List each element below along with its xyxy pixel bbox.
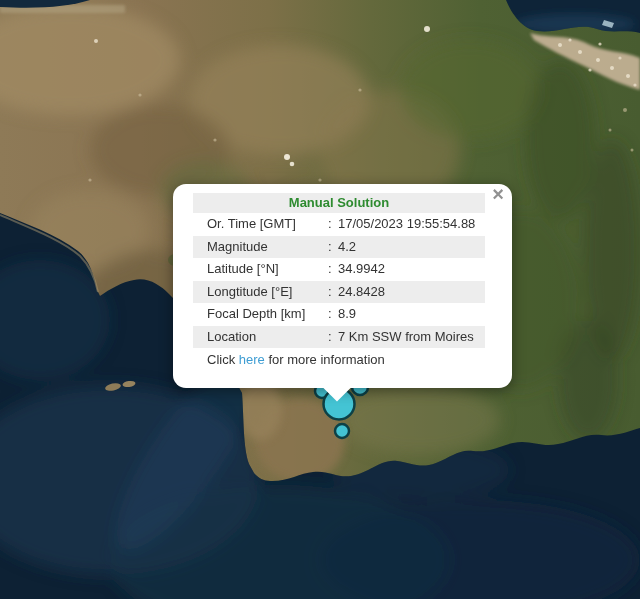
footer-text-suffix: for more information <box>265 352 385 367</box>
row-separator: : <box>328 258 338 281</box>
row-label: Focal Depth [km] <box>193 303 328 326</box>
row-separator: : <box>328 303 338 326</box>
popup-footer: Click here for more information <box>193 348 485 370</box>
row-separator: : <box>328 326 338 349</box>
row-label: Longtitude [°E] <box>193 281 328 304</box>
row-value: 8.9 <box>338 303 356 326</box>
popup-row-longitude: Longtitude [°E]:24.8428 <box>193 281 485 304</box>
earthquake-popup: × Manual Solution Or. Time [GMT]:17/05/2… <box>173 184 512 388</box>
row-value: 4.2 <box>338 236 356 259</box>
row-label: Or. Time [GMT] <box>193 213 328 236</box>
earthquake-marker[interactable] <box>335 424 349 438</box>
row-value: 7 Km SSW from Moires <box>338 326 474 349</box>
popup-row-location: Location:7 Km SSW from Moires <box>193 326 485 349</box>
popup-row-focal-depth: Focal Depth [km]:8.9 <box>193 303 485 326</box>
row-separator: : <box>328 281 338 304</box>
row-label: Latitude [°N] <box>193 258 328 281</box>
row-separator: : <box>328 236 338 259</box>
row-value: 34.9942 <box>338 258 385 281</box>
row-label: Magnitude <box>193 236 328 259</box>
row-separator: : <box>328 213 338 236</box>
white-patch <box>284 154 290 160</box>
map-viewport[interactable]: × Manual Solution Or. Time [GMT]:17/05/2… <box>0 0 640 599</box>
more-info-link[interactable]: here <box>239 352 265 367</box>
popup-close-button[interactable]: × <box>492 184 504 204</box>
row-label: Location <box>193 326 328 349</box>
row-value: 17/05/2023 19:55:54.88 <box>338 213 475 236</box>
popup-title: Manual Solution <box>193 193 485 213</box>
popup-row-latitude: Latitude [°N]:34.9942 <box>193 258 485 281</box>
popup-row-magnitude: Magnitude:4.2 <box>193 236 485 259</box>
row-value: 24.8428 <box>338 281 385 304</box>
footer-text-prefix: Click <box>207 352 239 367</box>
popup-row-origin-time: Or. Time [GMT]:17/05/2023 19:55:54.88 <box>193 213 485 236</box>
